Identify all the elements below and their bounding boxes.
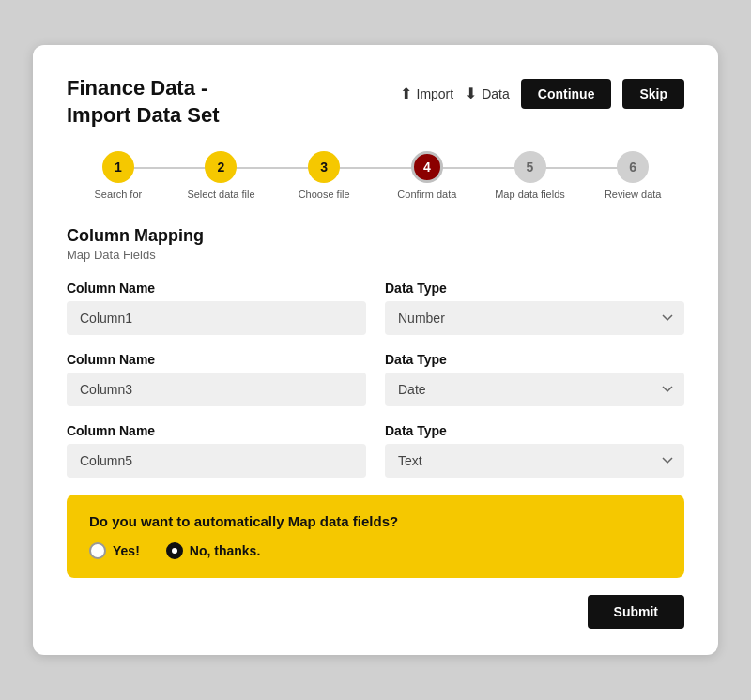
- title-line1: Finance Data -: [67, 76, 207, 99]
- column-label-2: Column Name: [67, 352, 366, 367]
- title-line2: Import Data Set: [67, 103, 220, 127]
- step-circle-4: 4: [411, 151, 443, 183]
- header: Finance Data - Import Data Set ⬆ Import …: [67, 75, 684, 129]
- stepper: 1 Search for 2 Select data file 3 Choose…: [67, 151, 684, 200]
- column-label-3: Column Name: [67, 423, 366, 438]
- column-group-2: Column Name: [67, 352, 366, 406]
- main-card: Finance Data - Import Data Set ⬆ Import …: [33, 45, 718, 655]
- step-6: 6 Review data: [581, 151, 684, 200]
- skip-button[interactable]: Skip: [622, 79, 684, 109]
- no-label: No, thanks.: [190, 543, 260, 558]
- step-label-6: Review data: [605, 189, 662, 200]
- yes-label: Yes!: [113, 543, 140, 558]
- step-label-1: Search for: [94, 189, 142, 200]
- type-select-3[interactable]: Number Text Date Boolean: [385, 444, 684, 478]
- step-4: 4 Confirm data: [376, 151, 479, 200]
- column-group-1: Column Name: [67, 281, 366, 335]
- step-circle-3: 3: [308, 151, 340, 183]
- column-input-2[interactable]: [67, 373, 366, 406]
- page-title: Finance Data - Import Data Set: [67, 75, 220, 129]
- yes-radio[interactable]: [89, 542, 106, 559]
- type-group-2: Data Type Number Text Date Boolean: [385, 352, 684, 406]
- step-label-3: Choose file: [299, 189, 350, 200]
- column-group-3: Column Name: [67, 423, 366, 478]
- data-label: Data: [482, 86, 510, 101]
- type-group-1: Data Type Number Text Date Boolean: [385, 281, 684, 335]
- section-subtitle: Map Data Fields: [67, 248, 684, 262]
- auto-map-question: Do you want to automatically Map data fi…: [89, 513, 662, 529]
- import-icon: ⬆: [400, 84, 412, 102]
- step-3: 3 Choose file: [272, 151, 376, 200]
- header-actions: ⬆ Import ⬇ Data Continue Skip: [400, 79, 685, 109]
- step-5: 5 Map data fields: [479, 151, 582, 200]
- mapping-row-1: Column Name Data Type Number Text Date B…: [67, 281, 684, 335]
- step-2: 2 Select data file: [170, 151, 273, 200]
- no-option[interactable]: No, thanks.: [166, 542, 260, 559]
- section-title: Column Mapping: [67, 226, 684, 246]
- import-link[interactable]: ⬆ Import: [400, 84, 454, 102]
- type-select-2[interactable]: Number Text Date Boolean: [385, 373, 684, 406]
- step-circle-5: 5: [514, 151, 546, 183]
- type-group-3: Data Type Number Text Date Boolean: [385, 423, 684, 478]
- step-circle-1: 1: [102, 151, 134, 183]
- step-label-5: Map data fields: [495, 189, 565, 200]
- import-label: Import: [417, 86, 454, 101]
- auto-map-banner: Do you want to automatically Map data fi…: [67, 495, 684, 578]
- data-icon: ⬇: [465, 84, 477, 102]
- footer: Submit: [67, 595, 684, 629]
- step-label-2: Select data file: [187, 189, 254, 200]
- column-input-1[interactable]: [67, 301, 366, 335]
- type-label-3: Data Type: [385, 423, 684, 438]
- step-circle-2: 2: [205, 151, 237, 183]
- mapping-row-2: Column Name Data Type Number Text Date B…: [67, 352, 684, 406]
- mapping-row-3: Column Name Data Type Number Text Date B…: [67, 423, 684, 478]
- type-select-1[interactable]: Number Text Date Boolean: [385, 301, 684, 335]
- column-input-3[interactable]: [67, 444, 366, 478]
- data-link[interactable]: ⬇ Data: [465, 84, 510, 102]
- submit-button[interactable]: Submit: [588, 595, 684, 629]
- radio-group: Yes! No, thanks.: [89, 542, 662, 559]
- type-label-2: Data Type: [385, 352, 684, 367]
- yes-option[interactable]: Yes!: [89, 542, 140, 559]
- no-radio[interactable]: [166, 542, 183, 559]
- column-label-1: Column Name: [67, 281, 366, 296]
- step-1: 1 Search for: [67, 151, 170, 200]
- type-label-1: Data Type: [385, 281, 684, 296]
- continue-button[interactable]: Continue: [521, 79, 612, 109]
- step-circle-6: 6: [617, 151, 649, 183]
- step-label-4: Confirm data: [397, 189, 456, 200]
